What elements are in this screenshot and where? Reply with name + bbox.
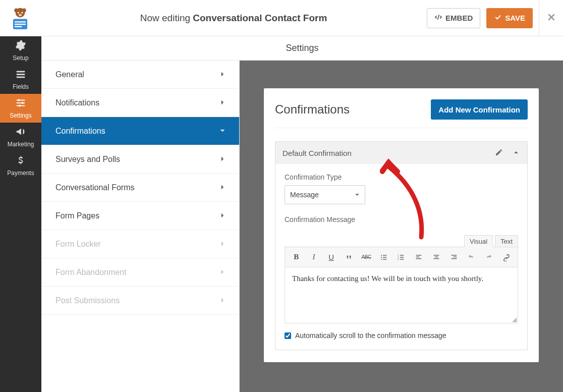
- canvas: Confirmations Add New Confirmation Defau…: [240, 61, 563, 392]
- submenu-label: Notifications: [55, 98, 99, 107]
- submenu-general[interactable]: General: [41, 61, 239, 89]
- submenu-abandonment[interactable]: Form Abandonment: [41, 258, 239, 287]
- svg-rect-34: [416, 258, 422, 259]
- resize-handle[interactable]: ◢: [285, 316, 518, 323]
- settings-submenu: General Notifications Confirmations Surv…: [41, 61, 240, 392]
- editing-prefix: Now editing: [140, 13, 193, 23]
- tab-text[interactable]: Text: [495, 235, 518, 247]
- add-confirmation-button[interactable]: Add New Confirmation: [431, 99, 528, 120]
- save-button[interactable]: SAVE: [486, 8, 533, 28]
- confirmation-type-select[interactable]: Message: [285, 185, 365, 204]
- panel-title: Default Confirmation: [283, 149, 352, 157]
- bold-button[interactable]: B: [291, 251, 302, 263]
- chevron-down-icon: [355, 191, 360, 199]
- select-value: Message: [290, 191, 319, 199]
- svg-rect-29: [400, 257, 404, 257]
- sliders-icon: [15, 97, 26, 110]
- svg-rect-40: [451, 258, 457, 259]
- save-label: SAVE: [505, 14, 525, 22]
- align-right-button[interactable]: [448, 251, 459, 263]
- align-left-button[interactable]: [414, 251, 424, 263]
- italic-button[interactable]: I: [309, 251, 319, 263]
- submenu-postsubs[interactable]: Post Submissions: [41, 287, 239, 315]
- edit-icon[interactable]: [495, 148, 503, 158]
- type-label: Confirmation Type: [285, 173, 518, 181]
- svg-rect-32: [416, 255, 422, 255]
- submenu-formlocker[interactable]: Form Locker: [41, 230, 239, 258]
- chevron-right-icon: [220, 240, 225, 248]
- confirmation-panel: Default Confirmation Confirmation Type M…: [275, 141, 528, 350]
- svg-rect-38: [451, 255, 457, 255]
- chevron-right-icon: [220, 99, 225, 107]
- submenu-conversational[interactable]: Conversational Forms: [41, 174, 239, 202]
- svg-line-10: [438, 15, 439, 19]
- check-icon: [494, 13, 502, 23]
- rail-marketing[interactable]: Marketing: [0, 123, 41, 151]
- svg-rect-25: [383, 259, 386, 259]
- card-header: Confirmations Add New Confirmation: [275, 99, 528, 128]
- autoscroll-row[interactable]: Automatically scroll to the confirmation…: [285, 331, 518, 340]
- svg-rect-33: [416, 256, 420, 257]
- submenu-label: Form Abandonment: [55, 268, 127, 277]
- rail-settings[interactable]: Settings: [0, 94, 41, 123]
- svg-rect-15: [17, 102, 25, 103]
- tab-visual[interactable]: Visual: [464, 235, 493, 247]
- chevron-right-icon: [220, 184, 225, 192]
- svg-point-19: [19, 104, 21, 106]
- svg-rect-13: [17, 77, 25, 78]
- link-button[interactable]: [501, 251, 512, 263]
- svg-point-24: [381, 259, 382, 260]
- list-icon: [15, 69, 26, 81]
- collapse-icon[interactable]: [512, 148, 520, 158]
- svg-rect-9: [15, 26, 22, 27]
- embed-label: EMBED: [445, 14, 473, 22]
- editor-content[interactable]: Thanks for contacting us! We will be in …: [285, 267, 518, 316]
- svg-point-5: [19, 14, 22, 16]
- dollar-icon: [15, 155, 26, 167]
- sheet-title: Settings: [41, 36, 563, 61]
- editing-title: Now editing Conversational Contact Form: [40, 13, 427, 24]
- rail-label: Marketing: [8, 141, 34, 148]
- svg-rect-39: [453, 256, 457, 257]
- rail-setup[interactable]: Setup: [0, 36, 41, 65]
- rich-editor: B I U ABC 123: [285, 247, 518, 323]
- close-button[interactable]: [539, 0, 563, 36]
- svg-point-1: [14, 8, 18, 12]
- confirmations-card: Confirmations Add New Confirmation Defau…: [264, 88, 539, 362]
- svg-rect-35: [434, 255, 439, 255]
- svg-rect-31: [400, 259, 404, 259]
- form-name: Conversational Contact Form: [193, 13, 327, 23]
- submenu-confirmations[interactable]: Confirmations: [41, 117, 239, 145]
- quote-button[interactable]: [344, 251, 354, 263]
- align-center-button[interactable]: [431, 251, 442, 263]
- submenu-surveys[interactable]: Surveys and Polls: [41, 145, 239, 174]
- svg-point-3: [18, 12, 19, 13]
- svg-point-17: [18, 99, 20, 101]
- panel-header[interactable]: Default Confirmation: [275, 142, 527, 164]
- svg-rect-23: [383, 257, 386, 257]
- undo-button[interactable]: [466, 251, 477, 263]
- chevron-right-icon: [220, 297, 225, 305]
- underline-button[interactable]: U: [326, 251, 336, 263]
- rail-label: Setup: [13, 54, 28, 62]
- embed-button[interactable]: EMBED: [427, 8, 480, 28]
- svg-rect-7: [15, 21, 26, 22]
- svg-rect-27: [400, 255, 404, 255]
- submenu-notifications[interactable]: Notifications: [41, 89, 239, 117]
- redo-button[interactable]: [484, 251, 494, 263]
- panel-tools: [495, 148, 520, 158]
- svg-point-18: [22, 102, 24, 104]
- ol-button[interactable]: 123: [396, 251, 407, 263]
- sheet: Settings General Notifications Confirmat…: [41, 36, 563, 392]
- rail-label: Payments: [7, 170, 34, 177]
- sheet-body: General Notifications Confirmations Surv…: [41, 61, 563, 392]
- bullhorn-icon: [15, 126, 26, 139]
- chevron-right-icon: [220, 268, 225, 276]
- rail-label: Fields: [13, 83, 29, 90]
- ul-button[interactable]: [378, 251, 389, 263]
- rail-fields[interactable]: Fields: [0, 65, 41, 94]
- autoscroll-checkbox[interactable]: [285, 332, 291, 339]
- submenu-formpages[interactable]: Form Pages: [41, 202, 239, 230]
- rail-payments[interactable]: Payments: [0, 151, 41, 180]
- strike-button[interactable]: ABC: [361, 251, 372, 263]
